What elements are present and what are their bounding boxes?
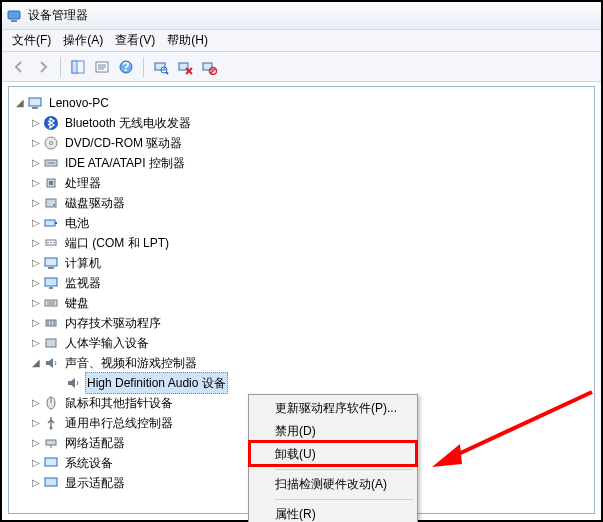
tree-item-bluetooth[interactable]: ▷ Bluetooth 无线电收发器	[11, 113, 592, 133]
tree-root[interactable]: ◢ Lenovo-PC	[11, 93, 592, 113]
context-menu-separator	[275, 469, 413, 470]
tree-item-cpu[interactable]: ▷ 处理器	[11, 173, 592, 193]
expand-icon[interactable]: ▷	[29, 213, 43, 233]
hid-icon	[43, 335, 59, 351]
expand-icon[interactable]: ▷	[29, 233, 43, 253]
system-icon	[43, 455, 59, 471]
tree-item-label: 声音、视频和游戏控制器	[63, 352, 199, 374]
display-icon	[43, 475, 59, 491]
forward-button[interactable]	[32, 56, 54, 78]
svg-rect-36	[45, 258, 57, 266]
context-menu-uninstall[interactable]: 卸载(U)	[251, 443, 415, 466]
disable-device-icon[interactable]	[198, 56, 220, 78]
tree-item-label: 磁盘驱动器	[63, 192, 127, 214]
svg-rect-20	[32, 107, 38, 109]
context-menu-update[interactable]: 更新驱动程序软件(P)...	[251, 397, 415, 420]
context-menu-scan[interactable]: 扫描检测硬件改动(A)	[251, 473, 415, 496]
menu-view[interactable]: 查看(V)	[109, 30, 161, 51]
toolbar-separator	[60, 57, 61, 77]
context-menu-disable[interactable]: 禁用(D)	[251, 420, 415, 443]
mouse-icon	[43, 395, 59, 411]
expand-icon[interactable]: ▷	[29, 253, 43, 273]
disk-icon	[43, 195, 59, 211]
tree-item-disk[interactable]: ▷ 磁盘驱动器	[11, 193, 592, 213]
expand-icon[interactable]: ▷	[29, 313, 43, 333]
svg-point-33	[47, 242, 49, 244]
svg-point-29	[53, 204, 55, 206]
svg-rect-3	[72, 61, 77, 73]
svg-rect-38	[45, 278, 57, 286]
keyboard-icon	[43, 295, 59, 311]
tree-item-ports[interactable]: ▷ 端口 (COM 和 LPT)	[11, 233, 592, 253]
tree-item-dvd[interactable]: ▷ DVD/CD-ROM 驱动器	[11, 133, 592, 153]
expand-icon[interactable]: ▷	[29, 113, 43, 133]
expand-icon[interactable]: ▷	[29, 393, 43, 413]
ide-icon	[43, 155, 59, 171]
dvd-icon	[43, 135, 59, 151]
expand-icon[interactable]: ▷	[29, 333, 43, 353]
bluetooth-icon	[43, 115, 59, 131]
svg-rect-54	[45, 478, 57, 486]
device-manager-icon	[6, 8, 22, 24]
svg-rect-51	[46, 440, 56, 445]
expand-icon[interactable]: ▷	[29, 293, 43, 313]
expand-icon[interactable]: ▷	[29, 453, 43, 473]
cpu-icon	[43, 175, 59, 191]
expand-icon[interactable]: ▷	[29, 153, 43, 173]
back-button[interactable]	[8, 56, 30, 78]
battery-icon	[43, 215, 59, 231]
uninstall-device-icon[interactable]	[174, 56, 196, 78]
tree-item-label: 系统设备	[63, 452, 115, 474]
svg-point-34	[50, 242, 52, 244]
sound-icon	[43, 355, 59, 371]
tree-item-label: High Definition Audio 设备	[85, 372, 228, 394]
tree-item-battery[interactable]: ▷ 电池	[11, 213, 592, 233]
expand-icon[interactable]: ▷	[29, 193, 43, 213]
computer-icon	[27, 95, 43, 111]
svg-point-23	[50, 142, 53, 145]
tree-item-label: 网络适配器	[63, 432, 127, 454]
window-title: 设备管理器	[28, 7, 88, 24]
memory-icon	[43, 315, 59, 331]
tree-item-label: 端口 (COM 和 LPT)	[63, 232, 171, 254]
svg-rect-47	[46, 339, 56, 347]
svg-point-35	[53, 242, 55, 244]
tree-item-hdaudio[interactable]: High Definition Audio 设备	[11, 373, 592, 393]
titlebar: 设备管理器	[2, 2, 601, 30]
tree-item-ide[interactable]: ▷ IDE ATA/ATAPI 控制器	[11, 153, 592, 173]
expand-icon[interactable]: ▷	[29, 473, 43, 493]
menubar: 文件(F) 操作(A) 查看(V) 帮助(H)	[2, 30, 601, 52]
menu-help[interactable]: 帮助(H)	[161, 30, 214, 51]
properties-button[interactable]	[91, 56, 113, 78]
expand-icon[interactable]: ▷	[29, 413, 43, 433]
tree-item-memtech[interactable]: ▷ 内存技术驱动程序	[11, 313, 592, 333]
menu-file[interactable]: 文件(F)	[6, 30, 57, 51]
svg-rect-1	[11, 20, 17, 22]
svg-rect-53	[45, 458, 57, 466]
toolbar-separator	[143, 57, 144, 77]
collapse-icon[interactable]: ◢	[29, 353, 43, 373]
expand-icon[interactable]: ▷	[29, 173, 43, 193]
context-menu-properties[interactable]: 属性(R)	[251, 503, 415, 522]
menu-action[interactable]: 操作(A)	[57, 30, 109, 51]
tree-item-label: IDE ATA/ATAPI 控制器	[63, 152, 187, 174]
svg-rect-0	[8, 11, 20, 19]
tree-item-label: DVD/CD-ROM 驱动器	[63, 132, 184, 154]
tree-item-label: 计算机	[63, 252, 103, 274]
tree-item-hid[interactable]: ▷ 人体学输入设备	[11, 333, 592, 353]
tree-item-sound[interactable]: ◢ 声音、视频和游戏控制器	[11, 353, 592, 373]
expand-icon[interactable]: ◢	[13, 93, 27, 113]
port-icon	[43, 235, 59, 251]
tree-item-keyboard[interactable]: ▷ 键盘	[11, 293, 592, 313]
scan-icon[interactable]	[150, 56, 172, 78]
view-console-button[interactable]	[67, 56, 89, 78]
tree-item-monitor[interactable]: ▷ 监视器	[11, 273, 592, 293]
expand-icon[interactable]: ▷	[29, 133, 43, 153]
tree-item-computer[interactable]: ▷ 计算机	[11, 253, 592, 273]
expand-icon[interactable]: ▷	[29, 273, 43, 293]
help-button[interactable]: ?	[115, 56, 137, 78]
expand-icon[interactable]: ▷	[29, 433, 43, 453]
computer-icon	[43, 255, 59, 271]
svg-rect-37	[48, 267, 54, 269]
svg-rect-27	[49, 181, 53, 185]
